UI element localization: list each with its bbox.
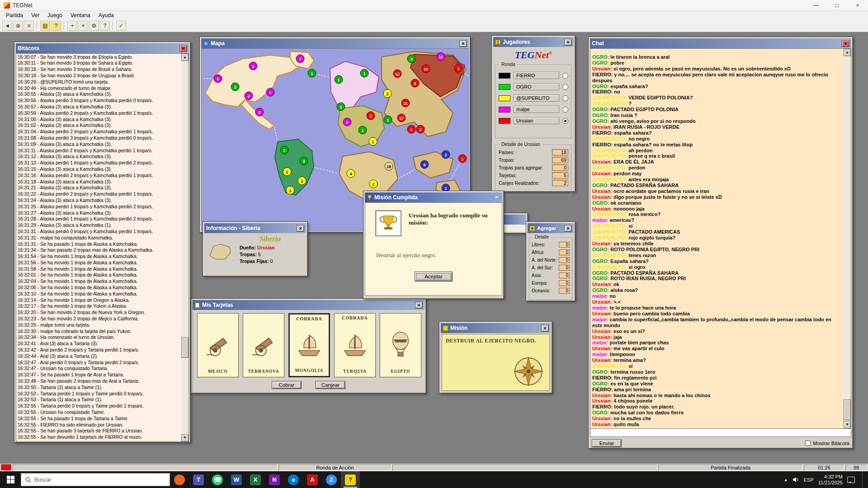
chat-close-icon[interactable]: × bbox=[842, 40, 849, 47]
territory-army-marker[interactable]: 1 bbox=[280, 146, 288, 154]
territory-army-marker[interactable]: 1 bbox=[369, 180, 377, 188]
accept-button[interactable]: Aceptar bbox=[415, 272, 453, 282]
maximize-button[interactable]: □ bbox=[826, 0, 847, 11]
word-icon[interactable]: W bbox=[227, 471, 246, 488]
zoom-icon[interactable]: Z bbox=[322, 471, 341, 488]
territory-army-marker[interactable]: 2 bbox=[383, 89, 392, 98]
territory-army-marker[interactable]: 6 bbox=[420, 160, 429, 169]
whatsapp-icon[interactable]: ☎ bbox=[208, 471, 227, 488]
players-close-icon[interactable]: × bbox=[564, 39, 572, 46]
chat-scrollbar[interactable]: ▲ ▼ bbox=[844, 49, 851, 428]
menu-item-ventana[interactable]: Ventana bbox=[66, 11, 94, 19]
territory-army-marker[interactable]: 1 bbox=[407, 125, 415, 133]
country-card[interactable]: TERRANOVA bbox=[243, 313, 284, 377]
players-window-titlebar[interactable]: Jugadores × bbox=[493, 37, 574, 47]
volume-icon[interactable] bbox=[793, 477, 799, 483]
territory-army-marker[interactable]: 13 bbox=[422, 65, 430, 73]
taskbar-clock[interactable]: 4:32 PM 11/21/2025 bbox=[818, 474, 843, 486]
territory-army-marker[interactable]: 1 bbox=[359, 126, 367, 134]
scroll-up-icon[interactable]: ▲ bbox=[844, 49, 851, 56]
collect-card-button[interactable]: Cobrar bbox=[272, 381, 302, 389]
territory-army-marker[interactable]: 1 bbox=[308, 69, 316, 77]
player-radio[interactable] bbox=[562, 107, 568, 113]
territory-army-marker[interactable]: 1 bbox=[369, 137, 377, 145]
country-card[interactable]: COBRADAMONGOLIA bbox=[288, 313, 330, 377]
tegnet-icon[interactable]: ? bbox=[341, 471, 360, 488]
show-log-checkbox[interactable] bbox=[805, 441, 811, 446]
scroll-down-icon[interactable]: ▼ bbox=[844, 421, 851, 428]
edge-icon[interactable]: e bbox=[284, 471, 303, 488]
menu-item-ayuda[interactable]: Ayuda bbox=[94, 11, 118, 19]
territory-army-marker[interactable]: 1 bbox=[458, 155, 467, 163]
log-scrollbar[interactable]: ▲ ▼ bbox=[181, 54, 189, 441]
help-icon[interactable]: ? bbox=[100, 21, 110, 31]
territory-army-marker[interactable]: 17 bbox=[397, 114, 406, 122]
territory-army-marker[interactable]: 2 bbox=[255, 108, 264, 116]
cards-close-icon[interactable]: × bbox=[415, 302, 423, 309]
acrobat-icon[interactable]: A bbox=[303, 471, 322, 488]
options-icon[interactable]: ⚙ bbox=[89, 21, 99, 31]
player-radio[interactable] bbox=[562, 118, 568, 124]
player-radio[interactable] bbox=[562, 84, 568, 90]
map-window-icon[interactable]: ⊕ bbox=[13, 21, 23, 31]
territory-army-marker[interactable]: 1 bbox=[283, 168, 291, 176]
tray-expand-icon[interactable]: ▲ bbox=[784, 478, 788, 482]
show-desktop-button[interactable] bbox=[862, 471, 864, 488]
send-button[interactable]: Enviar bbox=[592, 439, 622, 447]
dialog-titlebar[interactable]: Misión Cumplida × bbox=[365, 192, 502, 202]
firefox-icon[interactable] bbox=[170, 471, 189, 488]
territory-army-marker[interactable]: 1 bbox=[360, 69, 368, 77]
announce-icon[interactable]: ◄ bbox=[2, 21, 12, 31]
language-indicator[interactable]: ESP bbox=[804, 477, 814, 483]
onenote-icon[interactable]: N bbox=[265, 471, 284, 488]
chat-window-titlebar[interactable]: Chat × bbox=[590, 38, 851, 48]
log-close-icon[interactable]: × bbox=[179, 45, 187, 52]
end-turn-icon[interactable]: ✓ bbox=[116, 21, 126, 31]
mission-close-icon[interactable]: × bbox=[541, 325, 549, 332]
territory-army-marker[interactable]: 1 bbox=[249, 62, 257, 70]
main-titlebar[interactable]: TEGNet — □ × bbox=[0, 0, 868, 11]
add-troops-icon[interactable]: + bbox=[67, 21, 77, 31]
territory-army-marker[interactable]: 7 bbox=[296, 55, 304, 63]
background-window-fragment[interactable] bbox=[501, 213, 528, 234]
menu-item-juego[interactable]: Juego bbox=[43, 11, 66, 19]
player-radio[interactable] bbox=[562, 73, 568, 79]
territory-army-marker[interactable]: 4 bbox=[245, 92, 253, 100]
territory-army-marker[interactable]: 2 bbox=[442, 150, 450, 159]
territory-army-marker[interactable]: 8 bbox=[411, 79, 419, 87]
trade-cards-button[interactable]: Canjear bbox=[316, 381, 345, 389]
add-troops-close-icon[interactable]: × bbox=[564, 225, 572, 232]
add-troops-titlebar[interactable]: Agregar × bbox=[528, 223, 574, 233]
scroll-thumb[interactable] bbox=[181, 337, 189, 358]
excel-icon[interactable]: X bbox=[246, 471, 265, 488]
info-close-icon[interactable]: × bbox=[297, 225, 304, 232]
start-button[interactable] bbox=[0, 471, 21, 488]
territory-army-marker[interactable]: 3 bbox=[300, 157, 308, 165]
log-window-icon[interactable]: ≡ bbox=[24, 21, 34, 31]
territory-army-marker[interactable]: 18 bbox=[385, 162, 393, 170]
scroll-down-icon[interactable]: ▼ bbox=[181, 434, 189, 441]
territory-army-marker[interactable]: 3 bbox=[367, 112, 375, 120]
menu-item-partida[interactable]: Partida bbox=[2, 11, 27, 19]
territory-army-marker[interactable]: 3 bbox=[407, 55, 415, 63]
dialog-close-icon[interactable]: × bbox=[493, 194, 500, 201]
territory-army-marker[interactable]: 1 bbox=[286, 186, 294, 194]
territory-army-marker[interactable]: 4 bbox=[347, 169, 355, 178]
scroll-thumb[interactable] bbox=[844, 399, 851, 420]
background-window-titlebar[interactable] bbox=[503, 215, 526, 225]
mission-window-titlebar[interactable]: Misión × bbox=[441, 323, 551, 333]
close-button[interactable]: × bbox=[847, 0, 868, 11]
territory-army-marker[interactable]: 1 bbox=[335, 75, 343, 84]
map-close-icon[interactable]: × bbox=[459, 40, 467, 47]
cards-window-titlebar[interactable]: Mis Tarjetas × bbox=[193, 300, 425, 310]
scroll-up-icon[interactable]: ▲ bbox=[181, 54, 189, 61]
territory-army-marker[interactable]: 1 bbox=[384, 116, 392, 124]
country-card[interactable]: COBRADATURQUIA bbox=[334, 313, 376, 377]
log-window-titlebar[interactable]: Bitácora × bbox=[16, 43, 189, 53]
territory-army-marker[interactable]: 2 bbox=[343, 118, 351, 126]
territory-army-marker[interactable]: 9 bbox=[214, 75, 222, 83]
action-center-icon[interactable] bbox=[847, 477, 855, 483]
info-window-titlebar[interactable]: Información - Siberia × bbox=[204, 223, 306, 233]
minimize-button[interactable]: — bbox=[806, 0, 826, 11]
country-card[interactable]: TEGNETEGIPTO bbox=[380, 313, 421, 377]
